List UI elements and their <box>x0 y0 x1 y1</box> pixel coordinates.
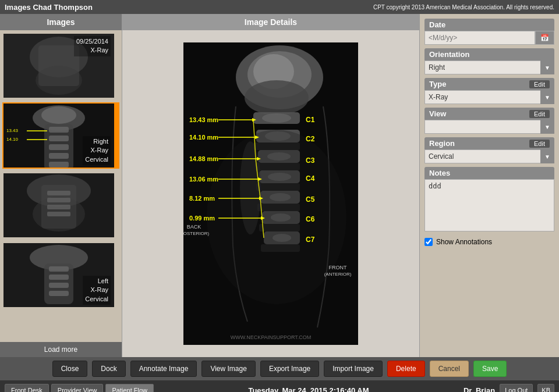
view-edit-button[interactable]: Edit <box>529 110 550 118</box>
svg-rect-31 <box>49 291 69 296</box>
svg-text:C2: C2 <box>306 135 315 143</box>
notes-textarea[interactable]: ddd <box>424 179 554 231</box>
svg-rect-3 <box>38 45 79 86</box>
show-annotations-checkbox[interactable] <box>424 238 433 246</box>
image1-label: 09/25/2014 X-Ray <box>74 36 111 56</box>
image-item-4[interactable]: Left X-Ray Cervical <box>2 242 119 308</box>
front-desk-button[interactable]: Front Desk <box>5 384 49 392</box>
svg-rect-9 <box>49 136 69 141</box>
svg-rect-22 <box>47 198 70 202</box>
save-button[interactable]: Save <box>473 361 507 377</box>
region-select-wrapper: Cervical Thoracic Lumbar Sacral ▼ <box>424 149 554 163</box>
annotate-image-button[interactable]: Annotate Image <box>130 361 197 377</box>
svg-text:13.06 mm: 13.06 mm <box>189 176 218 183</box>
svg-text:13.43 mm: 13.43 mm <box>189 116 218 123</box>
image2-label: Right X-Ray Cervical <box>83 136 111 165</box>
app-title: Images Chad Thompson <box>5 3 93 12</box>
svg-text:C3: C3 <box>306 156 315 165</box>
date-section: Date 📅 <box>424 19 554 45</box>
svg-text:14.88 mm: 14.88 mm <box>189 155 218 162</box>
provider-view-button[interactable]: Provider View <box>51 384 104 392</box>
status-nav: Front Desk Provider View Patient Flow <box>5 384 154 392</box>
copyright-text: CPT copyright 2013 American Medical Asso… <box>373 4 554 10</box>
image-details-header: Image Details <box>122 14 419 30</box>
svg-rect-23 <box>47 205 70 209</box>
thumbnail-4: Left X-Ray Cervical <box>3 243 114 307</box>
thumbnail-1: 09/25/2014 X-Ray <box>3 34 114 98</box>
view-section: View Edit Anterior Posterior Lateral ▼ <box>424 108 554 134</box>
kb-button[interactable]: KB <box>537 384 554 392</box>
svg-text:C4: C4 <box>306 174 315 183</box>
view-select[interactable]: Anterior Posterior Lateral <box>424 120 554 134</box>
close-button[interactable]: Close <box>52 361 88 377</box>
date-input[interactable] <box>424 31 535 45</box>
svg-point-36 <box>245 80 309 115</box>
image-list[interactable]: 09/25/2014 X-Ray <box>0 30 122 341</box>
svg-text:BACK: BACK <box>187 224 201 230</box>
show-annotations-container: Show Annotations <box>424 238 554 246</box>
xray-display: 13.43 mm C1 14.10 mm C2 14.8 <box>183 42 358 345</box>
type-header: Type Edit <box>424 78 554 90</box>
orientation-select[interactable]: Right Left AP PA Lateral <box>424 60 554 74</box>
view-image-button[interactable]: View Image <box>201 361 255 377</box>
logout-button[interactable]: Log Out <box>500 384 533 392</box>
cancel-button[interactable]: Cancel <box>430 361 469 377</box>
sidebar-header: Images <box>0 14 122 30</box>
patient-flow-button[interactable]: Patient Flow <box>105 384 154 392</box>
export-image-button[interactable]: Export Image <box>260 361 319 377</box>
svg-rect-12 <box>49 162 69 168</box>
status-right: Dr. Brian Log Out KB <box>464 384 554 392</box>
svg-point-6 <box>41 106 76 124</box>
image-item-3[interactable] <box>2 172 119 238</box>
image-item-2[interactable]: 13.43 14.10 Right X-Ray Cervical <box>2 102 119 169</box>
type-edit-button[interactable]: Edit <box>529 80 550 88</box>
toolbar: Close Dock Annotate Image View Image Exp… <box>0 357 559 380</box>
svg-point-58 <box>207 130 346 304</box>
svg-text:C5: C5 <box>306 195 315 204</box>
svg-point-38 <box>262 113 291 123</box>
delete-button[interactable]: Delete <box>387 361 425 377</box>
svg-text:(ANTERIOR): (ANTERIOR) <box>324 272 352 277</box>
region-section: Region Edit Cervical Thoracic Lumbar Sac… <box>424 137 554 163</box>
svg-rect-30 <box>49 283 69 288</box>
type-section: Type Edit X-Ray MRI CT Ultrasound ▼ <box>424 78 554 104</box>
region-header: Region Edit <box>424 137 554 149</box>
view-header: View Edit <box>424 108 554 120</box>
calendar-button[interactable]: 📅 <box>535 31 554 45</box>
doctor-name: Dr. Brian <box>464 386 495 393</box>
type-select[interactable]: X-Ray MRI CT Ultrasound <box>424 90 554 104</box>
image4-label: Left X-Ray Cervical <box>83 276 111 305</box>
svg-rect-8 <box>49 127 69 133</box>
notes-header: Notes <box>424 167 554 179</box>
svg-text:C6: C6 <box>306 215 315 223</box>
svg-text:14.10: 14.10 <box>6 137 19 142</box>
date-wrapper: 📅 <box>424 31 554 45</box>
svg-text:C1: C1 <box>306 116 315 124</box>
main-container: Images 09/25/2014 X-Ray <box>0 14 559 357</box>
date-header: Date <box>424 19 554 31</box>
svg-text:WWW.NECKPAINSUPPORT.COM: WWW.NECKPAINSUPPORT.COM <box>231 334 312 340</box>
dock-button[interactable]: Dock <box>92 361 125 377</box>
import-image-button[interactable]: Import Image <box>324 361 383 377</box>
svg-rect-29 <box>49 275 69 280</box>
svg-rect-24 <box>47 212 70 216</box>
load-more-button[interactable]: Load more <box>0 342 122 357</box>
svg-text:0.99 mm: 0.99 mm <box>189 215 215 222</box>
region-select[interactable]: Cervical Thoracic Lumbar Sacral <box>424 149 554 163</box>
orientation-section: Orientation Right Left AP PA Lateral ▼ <box>424 48 554 74</box>
orientation-header: Orientation <box>424 48 554 60</box>
image-viewer: 13.43 mm C1 14.10 mm C2 14.8 <box>122 30 419 357</box>
center-panel: Image Details <box>122 14 419 357</box>
notes-section: Notes ddd <box>424 167 554 233</box>
datetime-display: Tuesday, Mar 24, 2015 2:16:40 AM <box>248 386 369 393</box>
right-panel: Date 📅 Orientation Right Left AP PA Late… <box>419 14 559 357</box>
svg-text:14.10 mm: 14.10 mm <box>189 134 218 141</box>
svg-text:C7: C7 <box>306 236 315 244</box>
image-item-1[interactable]: 09/25/2014 X-Ray <box>2 33 119 99</box>
title-bar: Images Chad Thompson CPT copyright 2013 … <box>0 0 559 14</box>
region-edit-button[interactable]: Edit <box>529 140 550 148</box>
svg-text:FRONT: FRONT <box>329 265 347 270</box>
svg-text:8.12 mm: 8.12 mm <box>189 195 215 202</box>
svg-rect-28 <box>49 266 69 272</box>
orientation-select-wrapper: Right Left AP PA Lateral ▼ <box>424 60 554 74</box>
